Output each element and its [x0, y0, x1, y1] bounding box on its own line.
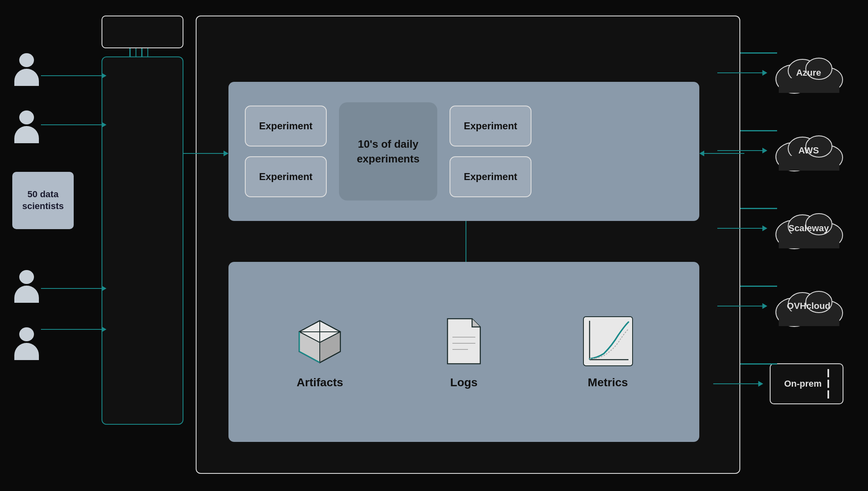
- data-scientists-box: 50 data scientists: [12, 172, 74, 229]
- line-right-azure: [740, 52, 777, 54]
- azure-cloud: Azure: [774, 52, 843, 93]
- person-body: [14, 343, 39, 360]
- experiment-box-2: Experiment: [245, 156, 327, 197]
- person-head: [19, 53, 34, 67]
- vertical-line: [466, 221, 467, 262]
- server-icon: [827, 369, 829, 399]
- person-body: [14, 126, 39, 143]
- metrics-label: Metrics: [588, 376, 628, 389]
- svg-rect-24: [779, 156, 839, 171]
- tall-server-box: [102, 56, 183, 425]
- arrow-person4: [41, 286, 106, 291]
- line-right-ovh: [740, 286, 777, 287]
- scaleway-cloud: Scaleway: [774, 208, 843, 249]
- person-body: [14, 286, 39, 303]
- arrow-person1: [41, 73, 106, 79]
- center-bubble: 10's of daily experiments: [339, 102, 437, 200]
- ovhcloud-label: OVHcloud: [787, 301, 830, 311]
- artifact-item-metrics: Metrics: [581, 315, 635, 389]
- connector-lines: [129, 48, 148, 57]
- experiments-panel: Experiment Experiment 10's of daily expe…: [228, 82, 699, 221]
- arrow-to-on-prem: [713, 381, 763, 387]
- logs-icon: [443, 315, 484, 368]
- experiment-box-3: Experiment: [450, 106, 531, 146]
- logs-label: Logs: [450, 376, 478, 389]
- person-icon-1: [12, 53, 41, 86]
- cloud-item-azure: Azure: [717, 52, 843, 93]
- artifacts-panel: Artifacts Logs: [228, 262, 699, 442]
- on-prem-box: On-prem: [770, 363, 843, 404]
- experiment-box-1: Experiment: [245, 106, 327, 146]
- person-icon-5: [12, 327, 41, 360]
- line-right-scaleway: [740, 208, 777, 209]
- arrow-tall-to-panel: [183, 151, 228, 156]
- person-icon-4: [12, 270, 41, 303]
- svg-rect-36: [779, 311, 839, 326]
- on-prem-label: On-prem: [784, 378, 822, 389]
- artifact-item-artifacts: Artifacts: [293, 315, 346, 389]
- ovhcloud-cloud: OVHcloud: [774, 286, 843, 327]
- aws-label: AWS: [798, 145, 819, 156]
- cloud-item-aws: AWS: [717, 130, 843, 171]
- arrow-person5: [41, 327, 106, 332]
- experiment-box-4: Experiment: [450, 156, 531, 197]
- cloud-item-ovhcloud: OVHcloud: [717, 286, 843, 327]
- experiments-right-col: Experiment Experiment: [450, 106, 531, 197]
- vertical-arrow: [463, 221, 469, 268]
- scaleway-label: Scaleway: [788, 223, 829, 234]
- svg-rect-30: [779, 234, 839, 248]
- person-head: [19, 110, 34, 124]
- person-head: [19, 327, 34, 341]
- arrow-to-azure: [717, 70, 767, 76]
- arrow-to-aws: [717, 148, 767, 153]
- arrow-to-scaleway: [717, 225, 767, 231]
- artifact-item-logs: Logs: [443, 315, 484, 389]
- top-server-box: [102, 16, 183, 48]
- aws-cloud: AWS: [774, 130, 843, 171]
- artifacts-label: Artifacts: [297, 376, 344, 389]
- artifacts-icon: [293, 315, 346, 368]
- person-head: [19, 270, 34, 284]
- person-icon-2: [12, 110, 41, 143]
- arrow-person2: [41, 122, 106, 128]
- left-section: [12, 53, 41, 143]
- line-right-on-prem: [740, 363, 777, 365]
- azure-label: Azure: [796, 68, 821, 78]
- arrow-to-ovhcloud: [717, 303, 767, 309]
- metrics-icon: [581, 315, 635, 368]
- experiments-left-col: Experiment Experiment: [245, 106, 327, 197]
- cloud-item-scaleway: Scaleway: [717, 208, 843, 249]
- diagram: 50 data scientists: [0, 0, 868, 491]
- cloud-item-on-prem: On-prem: [713, 363, 843, 404]
- line-right-aws: [740, 130, 777, 131]
- lower-persons: [12, 270, 41, 360]
- svg-rect-18: [779, 78, 839, 93]
- person-body: [14, 69, 39, 86]
